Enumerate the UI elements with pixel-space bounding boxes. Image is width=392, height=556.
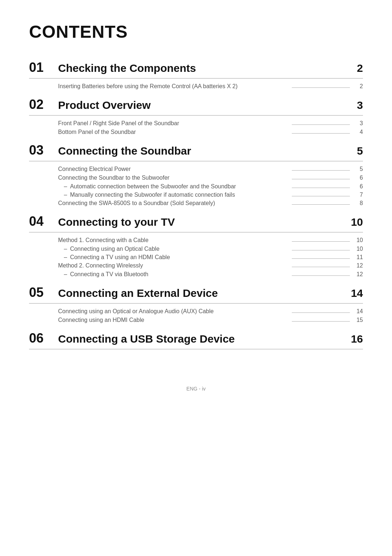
toc-sub-entry: –Automatic connection between the Subwoo… xyxy=(58,183,363,190)
toc-entry: Method 2. Connecting Wirelessly12 xyxy=(58,262,363,269)
toc-entry-dots xyxy=(292,170,350,171)
sub-entry-text: Connecting a TV via Bluetooth xyxy=(70,271,287,278)
section-page-02: 3 xyxy=(348,99,363,111)
toc-entry-dots xyxy=(292,241,350,242)
section-02: 02Product Overview3Front Panel / Right S… xyxy=(29,97,363,135)
toc-entry-page: 12 xyxy=(354,262,363,269)
toc-entry: Connecting the SWA-8500S to a Soundbar (… xyxy=(58,200,363,207)
toc-entry-dots xyxy=(292,267,350,267)
sub-entry-page: 7 xyxy=(354,192,363,198)
toc-entry-text: Connecting using an HDMI Cable xyxy=(58,317,287,323)
toc-entry-dots xyxy=(292,179,350,179)
sub-entry-page: 10 xyxy=(354,246,363,252)
toc-entry-dots xyxy=(292,133,350,134)
section-number-01: 01 xyxy=(29,60,58,75)
section-01: 01Checking the Components2Inserting Batt… xyxy=(29,60,363,90)
toc-entry: Connecting Electrical Power5 xyxy=(58,166,363,172)
toc-sub-entry: –Connecting a TV using an HDMI Cable11 xyxy=(58,254,363,261)
sub-entry-dash: – xyxy=(64,254,67,261)
sub-entry-text: Connecting using an Optical Cable xyxy=(70,246,287,252)
toc-entry-text: Connecting the SWA-8500S to a Soundbar (… xyxy=(58,200,287,207)
section-title-03: Connecting the Soundbar xyxy=(58,145,348,157)
section-title-02: Product Overview xyxy=(58,99,348,111)
sub-entry-dots xyxy=(292,258,350,259)
toc-entry: Connecting the Soundbar to the Subwoofer… xyxy=(58,175,363,181)
page-title: CONTENTS xyxy=(29,22,363,42)
section-number-06: 06 xyxy=(29,331,58,346)
section-number-05: 05 xyxy=(29,285,58,300)
section-title-06: Connecting a USB Storage Device xyxy=(58,333,348,345)
toc-entry-page: 3 xyxy=(354,120,363,127)
toc-entry-dots xyxy=(292,204,350,205)
section-05: 05Connecting an External Device14Connect… xyxy=(29,285,363,323)
toc-entry-page: 14 xyxy=(354,308,363,315)
section-number-04: 04 xyxy=(29,214,58,229)
toc-entry-page: 5 xyxy=(354,166,363,172)
section-title-04: Connecting to your TV xyxy=(58,216,348,228)
toc-entry-dots xyxy=(292,124,350,125)
section-title-05: Connecting an External Device xyxy=(58,287,348,299)
toc-entry: Method 1. Connecting with a Cable10 xyxy=(58,237,363,244)
toc-entry-dots xyxy=(292,312,350,313)
toc-sub-entry: –Connecting using an Optical Cable10 xyxy=(58,246,363,252)
sub-entry-text: Connecting a TV using an HDMI Cable xyxy=(70,254,287,261)
sub-entry-text: Manually connecting the Subwoofer if aut… xyxy=(70,192,287,198)
section-06: 06Connecting a USB Storage Device16 xyxy=(29,331,363,349)
section-page-04: 10 xyxy=(348,216,363,228)
sub-entry-dash: – xyxy=(64,246,67,252)
page-footer: ENG - iv xyxy=(29,379,363,392)
toc-entry-text: Bottom Panel of the Soundbar xyxy=(58,129,287,135)
section-page-03: 5 xyxy=(348,145,363,157)
toc-entry-page: 15 xyxy=(354,317,363,323)
sub-entry-dots xyxy=(292,196,350,196)
section-04: 04Connecting to your TV10Method 1. Conne… xyxy=(29,214,363,278)
toc-entry-text: Front Panel / Right Side Panel of the So… xyxy=(58,120,287,127)
sub-entry-page: 11 xyxy=(354,254,363,261)
sub-entry-dots xyxy=(292,275,350,276)
section-number-03: 03 xyxy=(29,143,58,158)
sub-entry-dots xyxy=(292,250,350,250)
toc-entry-dots xyxy=(292,87,350,88)
section-page-06: 16 xyxy=(348,333,363,345)
section-title-01: Checking the Components xyxy=(58,62,348,74)
sub-entry-dash: – xyxy=(64,192,67,198)
toc-entry: Inserting Batteries before using the Rem… xyxy=(58,83,363,90)
section-03: 03Connecting the Soundbar5Connecting Ele… xyxy=(29,143,363,207)
sub-entry-dots xyxy=(292,188,350,188)
toc-entry-text: Method 2. Connecting Wirelessly xyxy=(58,262,287,269)
sub-entry-page: 12 xyxy=(354,271,363,278)
sub-entry-text: Automatic connection between the Subwoof… xyxy=(70,183,287,190)
toc-entry: Connecting using an HDMI Cable15 xyxy=(58,317,363,323)
toc-entry-text: Connecting Electrical Power xyxy=(58,166,287,172)
toc-entry-text: Connecting the Soundbar to the Subwoofer xyxy=(58,175,287,181)
toc-entry-dots xyxy=(292,321,350,322)
toc-entry-text: Inserting Batteries before using the Rem… xyxy=(58,83,287,90)
toc-entry-page: 4 xyxy=(354,129,363,135)
toc-sub-entry: –Connecting a TV via Bluetooth12 xyxy=(58,271,363,278)
toc-entry: Front Panel / Right Side Panel of the So… xyxy=(58,120,363,127)
toc-entry-page: 10 xyxy=(354,237,363,244)
toc-entry: Bottom Panel of the Soundbar4 xyxy=(58,129,363,135)
section-number-02: 02 xyxy=(29,97,58,112)
toc-entry-text: Method 1. Connecting with a Cable xyxy=(58,237,287,244)
table-of-contents: 01Checking the Components2Inserting Batt… xyxy=(29,60,363,349)
sub-entry-page: 6 xyxy=(354,183,363,190)
toc-entry-page: 2 xyxy=(354,83,363,90)
toc-sub-entry: –Manually connecting the Subwoofer if au… xyxy=(58,192,363,198)
toc-entry: Connecting using an Optical or Analogue … xyxy=(58,308,363,315)
toc-entry-text: Connecting using an Optical or Analogue … xyxy=(58,308,287,315)
toc-entry-page: 8 xyxy=(354,200,363,207)
sub-entry-dash: – xyxy=(64,183,67,190)
section-page-05: 14 xyxy=(348,287,363,299)
sub-entry-dash: – xyxy=(64,271,67,278)
toc-entry-page: 6 xyxy=(354,175,363,181)
section-page-01: 2 xyxy=(348,62,363,74)
